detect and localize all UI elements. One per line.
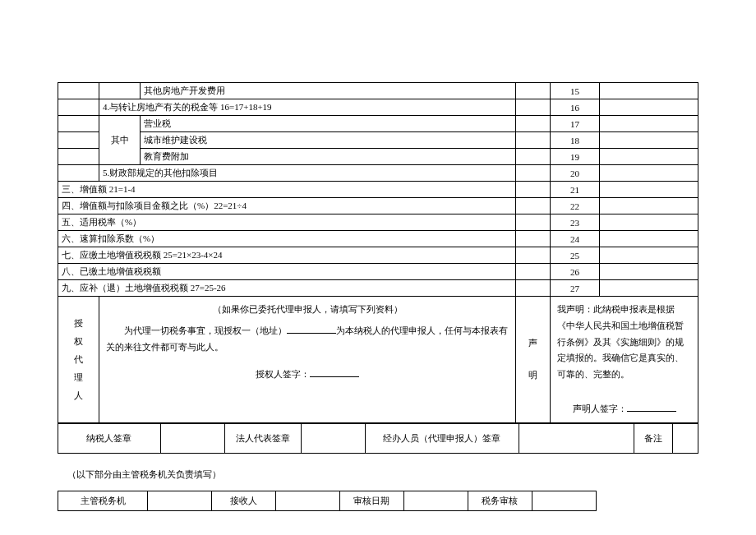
declaration-label: 声明 — [516, 297, 551, 423]
row-label: 七、应缴土地增值税税额 25=21×23-4×24 — [58, 247, 516, 264]
table-row: 五、适用税率（%） 23 — [58, 214, 698, 231]
footer-note: （以下部分由主管税务机关负责填写） — [67, 468, 698, 481]
sig-taxpayer-blank — [160, 423, 224, 453]
table-row: 城市维护建设税 18 — [58, 132, 698, 149]
row-value — [600, 198, 698, 214]
row-value — [600, 132, 698, 149]
row-label: 五、适用税率（%） — [58, 214, 516, 231]
row-value — [600, 280, 698, 297]
row-num: 16 — [551, 99, 600, 116]
receiver-blank — [276, 491, 340, 510]
row-label: 六、速算扣除系数（%） — [58, 231, 516, 247]
auth-block: （如果你已委托代理申报人，请填写下列资料） 为代理一切税务事宜，现授权一（地址）… — [99, 297, 516, 423]
table-row: 主管税务机 接收人 审核日期 税务审核 — [58, 491, 699, 510]
table-row: 纳税人签章 法人代表签章 经办人员（代理申报人）签章 备注 — [58, 423, 698, 453]
row-value — [600, 165, 698, 182]
auth-sign-label: 授权人签字： — [256, 369, 310, 379]
table-row: 四、增值额与扣除项目金额之比（%）22=21÷4 22 — [58, 198, 698, 214]
sig-legal-blank — [301, 423, 365, 453]
row-value — [600, 214, 698, 231]
review-date-blank — [403, 491, 468, 510]
row-value — [600, 149, 698, 165]
row-num: 21 — [551, 182, 600, 198]
row-num: 27 — [551, 280, 600, 297]
declaration-row: 授权代理人 （如果你已委托代理申报人，请填写下列资料） 为代理一切税务事宜，现授… — [58, 297, 698, 423]
row-label: 4.与转让房地产有关的税金等 16=17+18+19 — [99, 99, 516, 116]
table-row: 5.财政部规定的其他扣除项目 20 — [58, 165, 698, 182]
row-num: 23 — [551, 214, 600, 231]
table-row: 其中 营业税 17 — [58, 116, 698, 132]
row-value — [600, 99, 698, 116]
authority-table: 主管税务机 接收人 审核日期 税务审核 — [58, 491, 698, 511]
auth-line1: （如果你已委托代理申报人，请填写下列资料） — [106, 302, 509, 318]
row-value — [600, 116, 698, 132]
row-value — [600, 83, 698, 99]
auth-address-blank — [287, 324, 336, 334]
table-row: 八、已缴土地增值税税额 26 — [58, 264, 698, 280]
declaration-sign-blank — [627, 402, 676, 412]
row-label: 城市维护建设税 — [141, 132, 516, 149]
receiver-label: 接收人 — [212, 491, 276, 510]
auth-sign-blank — [310, 367, 359, 377]
row-num: 19 — [551, 149, 600, 165]
row-value — [600, 264, 698, 280]
row-label: 九、应补（退）土地增值税税额 27=25-26 — [58, 280, 516, 297]
signature-table: 纳税人签章 法人代表签章 经办人员（代理申报人）签章 备注 — [58, 423, 698, 454]
table-row: 六、速算扣除系数（%） 24 — [58, 231, 698, 247]
table-row: 4.与转让房地产有关的税金等 16=17+18+19 16 — [58, 99, 698, 116]
table-row: 其他房地产开发费用 15 — [58, 83, 698, 99]
tax-review-blank — [532, 491, 596, 510]
table-row: 三、增值额 21=1-4 21 — [58, 182, 698, 198]
row-num: 18 — [551, 132, 600, 149]
declaration-body: 我声明：此纳税申报表是根据《中华人民共和国土地增值税暂行条例》及其《实施细则》的… — [557, 302, 691, 383]
sig-remark: 备注 — [634, 423, 673, 453]
row-value — [600, 231, 698, 247]
row-label: 四、增值额与扣除项目金额之比（%）22=21÷4 — [58, 198, 516, 214]
table-row: 七、应缴土地增值税税额 25=21×23-4×24 25 — [58, 247, 698, 264]
row-value — [600, 182, 698, 198]
subheader-qizhong: 其中 — [99, 116, 141, 165]
row-label: 八、已缴土地增值税税额 — [58, 264, 516, 280]
table-row: 教育费附加 19 — [58, 149, 698, 165]
row-num: 24 — [551, 231, 600, 247]
row-value — [600, 247, 698, 264]
declaration-sign-label: 声明人签字： — [573, 404, 627, 413]
sig-legal: 法人代表签章 — [224, 423, 301, 453]
sig-agent: 经办人员（代理申报人）签章 — [365, 423, 519, 453]
table-row: 九、应补（退）土地增值税税额 27=25-26 27 — [58, 280, 698, 297]
authority-label: 主管税务机 — [58, 491, 148, 510]
row-num: 20 — [551, 165, 600, 182]
authority-blank — [148, 491, 212, 510]
row-label: 5.财政部规定的其他扣除项目 — [99, 165, 516, 182]
row-num: 15 — [551, 83, 600, 99]
row-label: 教育费附加 — [141, 149, 516, 165]
sig-remark-blank — [672, 423, 698, 453]
declaration-block: 我声明：此纳税申报表是根据《中华人民共和国土地增值税暂行条例》及其《实施细则》的… — [551, 297, 698, 423]
row-num: 25 — [551, 247, 600, 264]
sig-agent-blank — [519, 423, 634, 453]
row-num: 17 — [551, 116, 600, 132]
auth-line2a: 为代理一切税务事宜，现授权一（地址） — [124, 325, 287, 335]
review-date-label: 审核日期 — [339, 491, 403, 510]
main-table: 其他房地产开发费用 15 4.与转让房地产有关的税金等 16=17+18+19 … — [58, 82, 698, 423]
row-num: 22 — [551, 198, 600, 214]
row-num: 26 — [551, 264, 600, 280]
sig-taxpayer: 纳税人签章 — [58, 423, 161, 453]
row-label: 三、增值额 21=1-4 — [58, 182, 516, 198]
auth-agent-label: 授权代理人 — [58, 297, 99, 423]
row-label: 营业税 — [141, 116, 516, 132]
row-label: 其他房地产开发费用 — [141, 83, 516, 99]
tax-review-label: 税务审核 — [468, 491, 532, 510]
